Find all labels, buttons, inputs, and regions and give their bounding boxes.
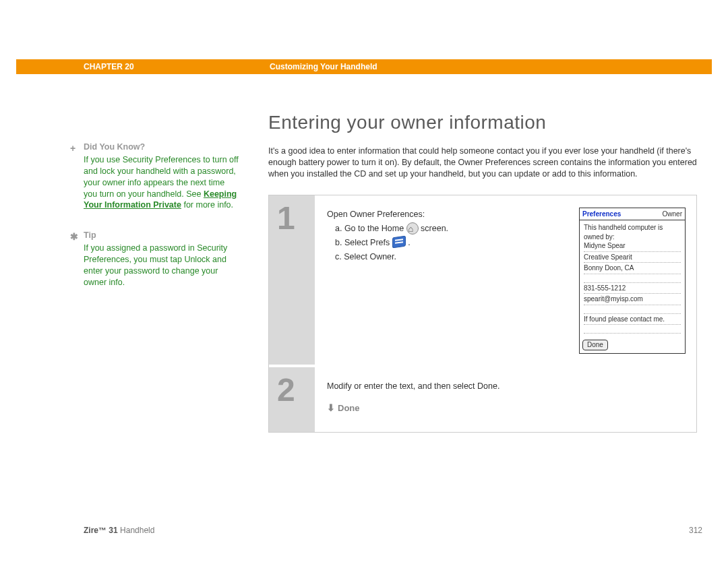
product-name: Zire™ 31 Handheld	[84, 526, 154, 535]
device-titlebar: Preferences Owner	[580, 208, 685, 221]
done-arrow-icon: ⬇	[327, 402, 335, 413]
tip-block: ✱ Tip If you assigned a password in Secu…	[84, 230, 240, 288]
step-1-lead: Open Owner Preferences:	[327, 208, 566, 222]
page-number: 312	[689, 526, 702, 535]
device-owned-by: This handheld computer is owned by:	[584, 223, 681, 241]
steps-container: 1 Open Owner Preferences: a. Go to the H…	[268, 195, 697, 433]
did-you-know-heading-text: Did You Know?	[84, 142, 145, 152]
prefs-icon	[392, 235, 406, 248]
did-you-know-block: + Did You Know? If you use Security Pref…	[84, 142, 240, 211]
step-1-text: Open Owner Preferences: a. Go to the Hom…	[327, 208, 566, 354]
step-2-body: Modify or enter the text, and then selec…	[315, 367, 696, 432]
main-content: Entering your owner information It's a g…	[268, 112, 697, 433]
plus-icon: +	[70, 142, 75, 155]
step-1b: b. Select Prefs .	[327, 236, 566, 250]
device-line-2: Creative Spearit	[584, 253, 681, 263]
footer: Zire™ 31 Handheld 312	[16, 522, 712, 535]
device-preview: Preferences Owner This handheld computer…	[579, 208, 686, 354]
step-2-text-wrap: Modify or enter the text, and then selec…	[327, 379, 686, 421]
step-2-text: Modify or enter the text, and then selec…	[327, 379, 686, 394]
tip-text: If you assigned a password in Security P…	[84, 243, 227, 287]
asterisk-icon: ✱	[70, 230, 78, 243]
header-bar: CHAPTER 20 Customizing Your Handheld	[16, 59, 712, 74]
step-1-body: Open Owner Preferences: a. Go to the Hom…	[315, 195, 696, 365]
product-bold: Zire™ 31	[84, 526, 118, 535]
intro-paragraph: It's a good idea to enter information th…	[268, 146, 697, 180]
step-1-number: 1	[269, 195, 315, 365]
tip-heading-text: Tip	[84, 230, 96, 240]
chapter-title: Customizing Your Handheld	[266, 59, 712, 74]
done-row: ⬇Done	[327, 400, 686, 416]
step-2: 2 Modify or enter the text, and then sel…	[269, 365, 696, 432]
home-icon	[406, 222, 419, 235]
did-you-know-heading: + Did You Know?	[84, 142, 240, 153]
step-1b-post: .	[406, 238, 411, 247]
device-body: This handheld computer is owned by: Midy…	[580, 220, 685, 337]
device-title-left: Preferences	[582, 210, 621, 219]
device-line-6: If found please contact me.	[584, 315, 681, 325]
device-done-button[interactable]: Done	[582, 340, 608, 350]
device-title-right: Owner	[663, 210, 682, 219]
device-line-5: spearit@myisp.com	[584, 294, 681, 305]
dyk-text-after: for more info.	[181, 200, 233, 210]
step-1b-pre: b. Select Prefs	[335, 238, 392, 247]
step-1: 1 Open Owner Preferences: a. Go to the H…	[269, 195, 696, 365]
step-1a-post: screen.	[419, 224, 448, 233]
tip-heading: ✱ Tip	[84, 230, 240, 241]
sidebar: + Did You Know? If you use Security Pref…	[84, 142, 240, 307]
page-title: Entering your owner information	[268, 112, 697, 133]
device-line-3: Bonny Doon, CA	[584, 263, 681, 274]
device-line-blank3	[584, 325, 681, 334]
done-label: Done	[338, 403, 360, 413]
device-line-4: 831-555-1212	[584, 284, 681, 294]
device-line-1: Midyne Spear	[584, 241, 681, 252]
step-1a-pre: a. Go to the Home	[335, 224, 406, 233]
step-2-number: 2	[269, 367, 315, 432]
device-line-blank2	[584, 306, 681, 314]
product-rest: Handheld	[118, 526, 155, 535]
chapter-label: CHAPTER 20	[16, 59, 266, 74]
device-line-blank1	[584, 275, 681, 283]
step-1a: a. Go to the Home screen.	[327, 222, 566, 236]
step-1c: c. Select Owner.	[327, 250, 566, 264]
